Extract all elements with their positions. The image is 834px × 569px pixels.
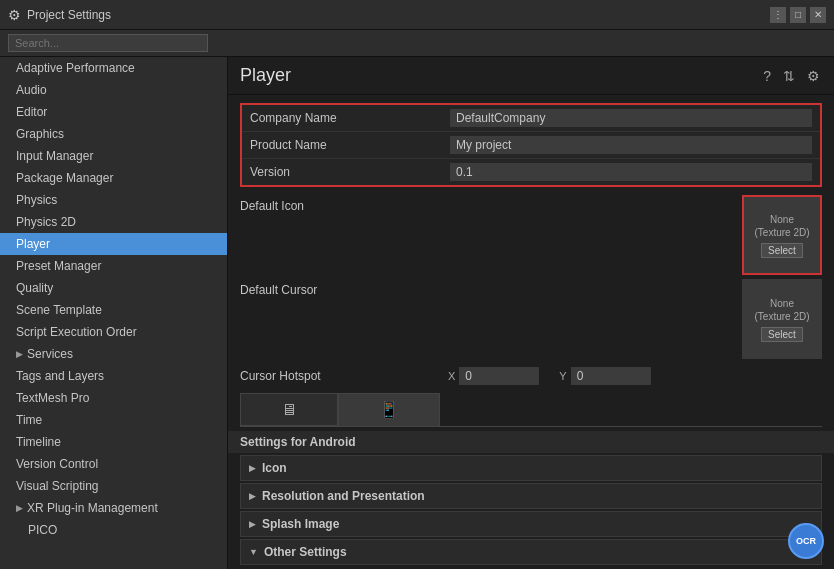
sidebar-item-label: Player	[16, 237, 50, 251]
cursor-hotspot-label: Cursor Hotspot	[240, 369, 440, 383]
default-icon-preview: None (Texture 2D) Select	[742, 195, 822, 275]
default-icon-select-button[interactable]: Select	[761, 243, 803, 258]
tab-desktop[interactable]: 🖥	[240, 393, 338, 426]
field-input[interactable]	[450, 136, 812, 154]
platform-tabs: 🖥 📱	[240, 393, 822, 427]
collapsible-header-resolution-presentation[interactable]: ▶Resolution and Presentation	[240, 483, 822, 509]
fields-section: Company NameProduct NameVersion	[240, 103, 822, 187]
expand-right-icon: ▶	[249, 491, 256, 501]
layout-button[interactable]: ⇅	[781, 66, 797, 86]
sidebar-item-pico[interactable]: PICO	[0, 519, 227, 541]
sidebar-item-label: Time	[16, 413, 42, 427]
default-cursor-select-button[interactable]: Select	[761, 327, 803, 342]
sidebar-item-label: Editor	[16, 105, 47, 119]
sidebar-item-label: Version Control	[16, 457, 98, 471]
window-title: Project Settings	[27, 8, 770, 22]
android-icon: 📱	[379, 400, 399, 419]
sidebar-item-label: PICO	[28, 523, 57, 537]
field-label: Company Name	[250, 111, 450, 125]
field-row-company-name: Company Name	[242, 105, 820, 132]
maximize-button[interactable]: □	[790, 7, 806, 23]
tab-android[interactable]: 📱	[338, 393, 440, 426]
sidebar-item-physics[interactable]: Physics	[0, 189, 227, 211]
x-label: X	[448, 370, 455, 382]
ocr-badge[interactable]: OCR	[788, 523, 824, 559]
sidebar-item-label: Tags and Layers	[16, 369, 104, 383]
expand-arrow-icon: ▶	[16, 349, 23, 359]
title-bar: ⚙ Project Settings ⋮ □ ✕	[0, 0, 834, 30]
sidebar-item-script-execution-order[interactable]: Script Execution Order	[0, 321, 227, 343]
sidebar-item-label: Timeline	[16, 435, 61, 449]
sidebar-item-graphics[interactable]: Graphics	[0, 123, 227, 145]
collapsible-title: Resolution and Presentation	[262, 489, 425, 503]
sidebar-item-editor[interactable]: Editor	[0, 101, 227, 123]
sidebar-item-scene-template[interactable]: Scene Template	[0, 299, 227, 321]
default-cursor-text-line1: None	[770, 297, 794, 310]
collapsible-header-icon[interactable]: ▶Icon	[240, 455, 822, 481]
default-cursor-section: Default Cursor None (Texture 2D) Select	[240, 279, 822, 359]
sidebar-item-visual-scripting[interactable]: Visual Scripting	[0, 475, 227, 497]
default-icon-label: Default Icon	[240, 195, 440, 213]
sidebar-item-label: Input Manager	[16, 149, 93, 163]
field-input[interactable]	[450, 163, 812, 181]
expand-arrow-icon: ▶	[16, 503, 23, 513]
default-icon-section: Default Icon None (Texture 2D) Select	[240, 195, 822, 275]
field-row-product-name: Product Name	[242, 132, 820, 159]
menu-button[interactable]: ⋮	[770, 7, 786, 23]
main-container: Adaptive PerformanceAudioEditorGraphicsI…	[0, 57, 834, 569]
y-label: Y	[559, 370, 566, 382]
sidebar-item-version-control[interactable]: Version Control	[0, 453, 227, 475]
sidebar-item-physics-2d[interactable]: Physics 2D	[0, 211, 227, 233]
expand-right-icon: ▶	[249, 463, 256, 473]
cursor-hotspot-y-field: Y	[559, 367, 650, 385]
collapsible-title: Other Settings	[264, 545, 347, 559]
sidebar-item-label: Physics	[16, 193, 57, 207]
sidebar-item-package-manager[interactable]: Package Manager	[0, 167, 227, 189]
default-icon-text-line1: None	[770, 213, 794, 226]
expand-right-icon: ▶	[249, 519, 256, 529]
sidebar-item-textmesh-pro[interactable]: TextMesh Pro	[0, 387, 227, 409]
sidebar-item-label: Scene Template	[16, 303, 102, 317]
collapsible-header-splash-image[interactable]: ▶Splash Image	[240, 511, 822, 537]
collapsible-icon: ▶Icon	[240, 455, 822, 481]
sidebar-item-tags-and-layers[interactable]: Tags and Layers	[0, 365, 227, 387]
sidebar-item-audio[interactable]: Audio	[0, 79, 227, 101]
sidebar-item-timeline[interactable]: Timeline	[0, 431, 227, 453]
search-input[interactable]	[8, 34, 208, 52]
sidebar-item-adaptive-performance[interactable]: Adaptive Performance	[0, 57, 227, 79]
settings-for-android-header: Settings for Android	[228, 431, 834, 453]
sidebar-item-label: Script Execution Order	[16, 325, 137, 339]
help-button[interactable]: ?	[761, 66, 773, 86]
search-bar	[0, 30, 834, 57]
sidebar-item-label: TextMesh Pro	[16, 391, 89, 405]
settings-icon: ⚙	[8, 7, 21, 23]
cursor-hotspot-x-input[interactable]	[459, 367, 539, 385]
sidebar-item-time[interactable]: Time	[0, 409, 227, 431]
sidebar-item-quality[interactable]: Quality	[0, 277, 227, 299]
sidebar-item-input-manager[interactable]: Input Manager	[0, 145, 227, 167]
default-cursor-label: Default Cursor	[240, 279, 440, 297]
content-area: Player ? ⇅ ⚙ Company NameProduct NameVer…	[228, 57, 834, 569]
content-scroll: Company NameProduct NameVersion Default …	[228, 95, 834, 569]
sidebar-item-xr-plug-in-management[interactable]: ▶XR Plug-in Management	[0, 497, 227, 519]
collapsible-splash-image: ▶Splash Image	[240, 511, 822, 537]
sidebar-item-services[interactable]: ▶Services	[0, 343, 227, 365]
field-row-version: Version	[242, 159, 820, 185]
default-cursor-text-line2: (Texture 2D)	[754, 310, 809, 323]
sidebar-item-preset-manager[interactable]: Preset Manager	[0, 255, 227, 277]
collapsible-header-other-settings[interactable]: ▼Other Settings	[240, 539, 822, 565]
window-controls: ⋮ □ ✕	[770, 7, 826, 23]
field-label: Version	[250, 165, 450, 179]
sidebar-item-label: Physics 2D	[16, 215, 76, 229]
close-button[interactable]: ✕	[810, 7, 826, 23]
collapsible-resolution-presentation: ▶Resolution and Presentation	[240, 483, 822, 509]
cursor-hotspot-x-field: X	[448, 367, 539, 385]
sidebar-item-player[interactable]: Player	[0, 233, 227, 255]
field-input[interactable]	[450, 109, 812, 127]
default-cursor-preview: None (Texture 2D) Select	[742, 279, 822, 359]
settings-button[interactable]: ⚙	[805, 66, 822, 86]
collapsible-title: Splash Image	[262, 517, 339, 531]
content-header: Player ? ⇅ ⚙	[228, 57, 834, 95]
cursor-hotspot-y-input[interactable]	[571, 367, 651, 385]
default-icon-text-line2: (Texture 2D)	[754, 226, 809, 239]
